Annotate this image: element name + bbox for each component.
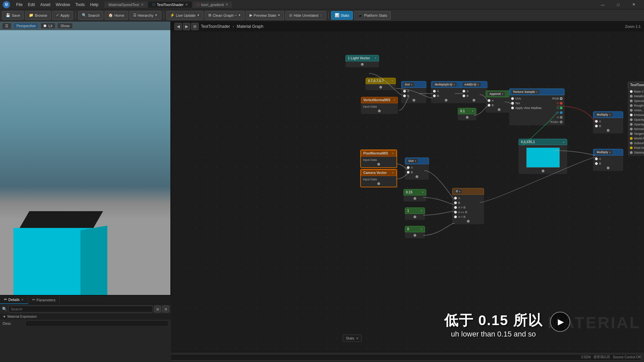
save-button[interactable]: 💾 Save (2, 11, 24, 20)
pixel-normal-node[interactable]: PixelNormalWS ▼ Input Data (360, 149, 397, 168)
pin-aniso[interactable] (630, 109, 633, 112)
multiply-node-1[interactable]: Multiply(0.5) ▼ A B (431, 81, 461, 103)
output-pin[interactable] (607, 167, 609, 169)
pin-alb-dot[interactable] (454, 216, 457, 218)
close-button[interactable]: ✕ (626, 0, 641, 9)
pin-rgb-out[interactable] (560, 97, 562, 100)
pin-a-dot[interactable] (595, 120, 598, 123)
menu-asset[interactable]: Asset (38, 2, 53, 8)
home-button[interactable]: 🏠 Home (105, 11, 128, 20)
multiply2-dropdown[interactable]: Multiply ▼ (595, 113, 612, 117)
dropdown-arrow[interactable]: ▼ (374, 57, 377, 59)
details-search-input[interactable] (8, 306, 153, 312)
toon-shader-output[interactable]: TestToonShad... Base Color Metallic Spec… (628, 82, 644, 156)
texture-dropdown[interactable]: Texture Sample ▼ (512, 90, 539, 94)
pin-opacity[interactable] (630, 118, 633, 121)
stats-button[interactable]: 📊 Stats (331, 11, 353, 20)
value-1-node[interactable]: 1 ▼ (405, 207, 425, 220)
pin-normal[interactable] (630, 128, 633, 130)
output-pin[interactable] (414, 197, 416, 200)
color-value-node[interactable]: 0.7,0.7,0.7 ▼ (366, 78, 396, 90)
output-pin[interactable] (607, 129, 609, 132)
back-button[interactable]: ◀ (174, 23, 182, 30)
pin-roughness[interactable] (630, 104, 633, 107)
dropdown-arrow[interactable]: ▼ (393, 99, 395, 101)
pin-r-out[interactable] (560, 102, 562, 105)
live-update-button[interactable]: ⚡ Live Update ▼ (166, 11, 204, 20)
pin-uvs-dot[interactable] (511, 97, 514, 100)
pin-a-dot[interactable] (488, 99, 490, 102)
pin-g-out[interactable] (560, 107, 562, 109)
pin-b-dot[interactable] (595, 125, 598, 127)
output-pin[interactable] (445, 99, 447, 102)
multiply-node-2[interactable]: Multiply ▼ A B (593, 111, 623, 133)
color-preview-node[interactable]: 0,0,535,1 ▲ (519, 139, 567, 174)
viewport-menu-button[interactable]: ☰ (2, 23, 11, 29)
menu-tools[interactable]: Tools (73, 2, 88, 8)
parameters-tab[interactable]: ✏ Parameters (28, 296, 60, 304)
output-pin[interactable] (473, 99, 475, 102)
details-grid-btn[interactable]: ⊞ (154, 306, 161, 312)
dropdown-arrow[interactable]: ▲ (562, 141, 565, 143)
pin-agb-dot[interactable] (454, 206, 457, 209)
dropdown-arrow[interactable]: ▼ (392, 172, 394, 174)
tab-test-toon-shader[interactable]: ⬡ TestToonShader ✕ (148, 2, 192, 8)
collapse-icon[interactable]: ▼ (3, 315, 6, 318)
output-pin[interactable] (377, 182, 380, 185)
append-node[interactable]: Append ▼ A B (486, 90, 513, 113)
lit-button[interactable]: Lit (41, 23, 55, 29)
add-node[interactable]: Add(0.5) ▼ A B (461, 81, 487, 103)
pin-a-out[interactable] (560, 116, 562, 119)
output-pin[interactable] (361, 63, 364, 66)
pin-a-dot[interactable] (454, 197, 457, 199)
hide-unrelated-button[interactable]: ◎ Hide Unrelated ⋮ (285, 11, 326, 20)
forward-button[interactable]: ▶ (183, 23, 190, 30)
browse-button[interactable]: 📁 Browse (25, 11, 51, 20)
play-button[interactable] (550, 312, 570, 332)
output-pin[interactable] (466, 116, 469, 119)
output-pin[interactable] (413, 99, 415, 102)
pin-opacity-mask[interactable] (630, 123, 633, 126)
output-pin[interactable] (377, 163, 380, 166)
multiply-node-3[interactable]: Multiply ▼ A B (593, 149, 623, 171)
details-tab[interactable]: ✏ Details ✕ (0, 296, 28, 304)
output-pin[interactable] (467, 220, 470, 223)
pin-base-color[interactable] (630, 90, 633, 93)
value-01-node[interactable]: 0.1 ▼ (458, 108, 476, 120)
fit-button[interactable]: ⊞ (191, 23, 199, 30)
multiply-dropdown[interactable]: Multiply(0.5) ▼ (433, 82, 457, 86)
tab-close[interactable]: ✕ (225, 3, 228, 6)
pin-aeqb-dot[interactable] (454, 211, 457, 214)
pin-b-dot[interactable] (488, 104, 490, 107)
add-dropdown[interactable]: Add(0.5) ▼ (463, 82, 481, 86)
pin-a-dot[interactable] (595, 158, 598, 160)
pin-a-dot[interactable] (407, 166, 410, 169)
color-swatch[interactable] (526, 147, 560, 168)
camera-vector-node[interactable]: Camera Vector ▼ Input Data (360, 169, 397, 187)
output-pin[interactable] (498, 108, 500, 111)
menu-window[interactable]: Window (53, 2, 73, 8)
dropdown-arrow[interactable]: ▼ (472, 110, 474, 112)
pin-world-pos[interactable] (630, 137, 633, 140)
tab-close[interactable]: ✕ (185, 3, 188, 6)
pin-b-dot[interactable] (407, 171, 410, 174)
pin-staining[interactable] (630, 151, 633, 154)
dot-node-1[interactable]: Dot ▼ A B (401, 81, 426, 103)
apply-button[interactable]: ✓ Apply (52, 11, 73, 20)
if-node[interactable]: If ▼ A B A > B A == (452, 188, 484, 224)
clean-graph-button[interactable]: ⊞ Clean Graph ~ ▼ (205, 11, 245, 20)
details-settings-btn[interactable]: ⚙ (162, 306, 169, 312)
perspective-button[interactable]: Perspective (13, 23, 39, 29)
pin-subsurface[interactable] (630, 142, 633, 144)
material-graph[interactable]: ◀ ▶ ⊞ TestToonShader › Material Graph Zo… (171, 21, 644, 352)
pin-b-dot[interactable] (433, 95, 436, 97)
search-button[interactable]: 🔍 Search (78, 11, 103, 20)
texture-sample-node[interactable]: Texture Sample ▼ UVs RGB Tex (509, 88, 565, 125)
minimize-button[interactable]: — (595, 0, 610, 9)
pin-b-dot[interactable] (454, 201, 457, 204)
menu-help[interactable]: Help (88, 2, 101, 8)
tab-close[interactable]: ✕ (141, 3, 144, 6)
output-pin[interactable] (378, 110, 381, 112)
pin-a-dot[interactable] (403, 90, 406, 93)
pin-tex-dot[interactable] (511, 102, 514, 105)
